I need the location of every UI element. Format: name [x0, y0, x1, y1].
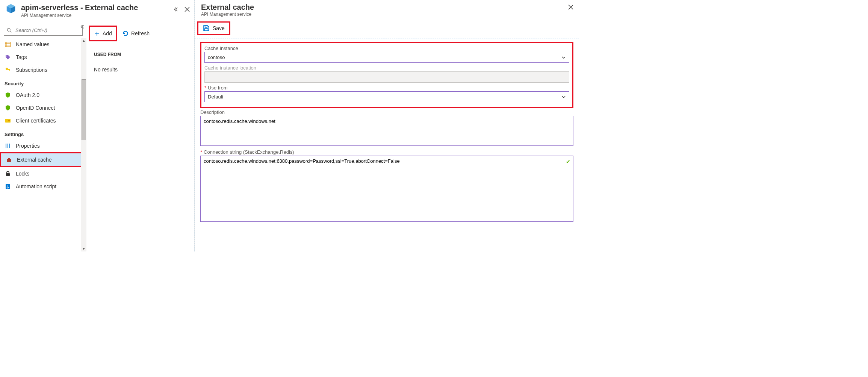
sidebar-item-tags[interactable]: Tags	[0, 51, 86, 64]
sidebar-item-oauth[interactable]: OAuth 2.0	[0, 89, 86, 101]
shield-icon	[5, 92, 11, 98]
use-from-select[interactable]: Default	[204, 91, 569, 102]
refresh-icon	[122, 30, 129, 37]
tag-icon	[5, 54, 11, 61]
save-button[interactable]: Save	[197, 21, 230, 35]
main-content: ＋ Add Refresh USED FROM No results	[86, 23, 194, 251]
sidebar-item-locks[interactable]: Locks	[0, 167, 86, 180]
cache-instance-label: Cache instance	[204, 45, 569, 51]
refresh-label: Refresh	[131, 30, 150, 36]
connection-string-input[interactable]	[200, 156, 573, 222]
right-header: External cache API Management service	[195, 0, 579, 20]
form-highlight: Cache instance contoso Cache instance lo…	[200, 42, 573, 108]
sidebar-item-properties[interactable]: Properties	[0, 139, 86, 152]
svg-point-9	[6, 56, 7, 56]
sidebar-item-automation[interactable]: Automation script	[0, 180, 86, 193]
scrollbar-thumb[interactable]	[82, 79, 86, 140]
description-input[interactable]	[200, 116, 573, 146]
collapse-button[interactable]	[172, 5, 180, 14]
sidebar-item-label: Properties	[16, 143, 40, 149]
header-actions	[172, 3, 191, 14]
list-area: USED FROM No results	[86, 44, 194, 83]
save-label: Save	[213, 25, 225, 31]
left-pane: apim-serverless - External cache API Man…	[0, 0, 195, 251]
sidebar: Named values Tags Subscriptions Security…	[0, 23, 86, 251]
cache-instance-select[interactable]: contoso	[204, 52, 569, 63]
cube-icon	[5, 3, 17, 14]
svg-rect-18	[7, 159, 11, 162]
sidebar-item-label: OAuth 2.0	[16, 92, 39, 98]
svg-rect-12	[9, 69, 10, 71]
search-icon	[7, 28, 12, 33]
svg-line-4	[10, 31, 12, 32]
sidebar-item-openid[interactable]: OpenID Connect	[0, 101, 86, 114]
toolbox-icon	[6, 156, 12, 163]
svg-point-14	[8, 120, 10, 121]
panel-title: External cache	[201, 3, 564, 12]
certificate-icon	[5, 117, 11, 124]
sidebar-item-certificates[interactable]: Client certificates	[0, 114, 86, 127]
svg-rect-22	[205, 26, 207, 27]
sidebar-item-named-values[interactable]: Named values	[0, 38, 86, 51]
svg-rect-19	[8, 158, 10, 159]
sidebar-item-label: OpenID Connect	[16, 105, 55, 111]
use-from-label: *Use from	[204, 85, 569, 91]
sidebar-item-label: Subscriptions	[16, 67, 47, 73]
sidebar-item-label: Automation script	[16, 183, 56, 189]
chevron-down-icon	[561, 95, 566, 99]
scrollbar[interactable]: ▲ ▼	[81, 38, 86, 251]
close-icon[interactable]	[567, 3, 575, 11]
svg-rect-20	[6, 173, 10, 176]
page-title: apim-serverless - External cache	[21, 3, 167, 12]
shield-icon	[5, 104, 11, 111]
refresh-button[interactable]: Refresh	[118, 28, 153, 39]
checkmark-icon: ✔	[566, 159, 570, 165]
key-icon	[5, 67, 11, 73]
search-wrap	[0, 23, 86, 38]
sidebar-item-label: Tags	[16, 54, 27, 60]
grid-icon	[5, 41, 11, 48]
header: apim-serverless - External cache API Man…	[0, 0, 194, 23]
sidebar-item-external-cache[interactable]: External cache	[1, 153, 84, 166]
header-text: apim-serverless - External cache API Man…	[21, 3, 167, 18]
sidebar-item-label: Client certificates	[16, 118, 56, 124]
sidebar-item-label: External cache	[17, 157, 52, 163]
panel-subtitle: API Management service	[201, 12, 564, 17]
right-pane: External cache API Management service Sa…	[195, 0, 579, 251]
left-body: Named values Tags Subscriptions Security…	[0, 23, 194, 251]
empty-state: No results	[94, 61, 180, 78]
close-icon[interactable]	[183, 5, 191, 14]
chevron-down-icon	[561, 55, 566, 60]
scroll-up-icon[interactable]: ▲	[81, 38, 86, 43]
sidebar-item-subscriptions[interactable]: Subscriptions	[0, 64, 86, 76]
description-label: Description	[200, 109, 573, 115]
sliders-icon	[5, 142, 11, 149]
svg-rect-5	[5, 42, 11, 47]
form: Cache instance contoso Cache instance lo…	[195, 38, 579, 230]
sidebar-group-security: Security	[0, 76, 86, 89]
save-icon	[203, 25, 210, 32]
sidebar-scroll: Named values Tags Subscriptions Security…	[0, 38, 86, 251]
add-label: Add	[103, 30, 112, 36]
column-header[interactable]: USED FROM	[94, 49, 180, 61]
script-icon	[5, 183, 11, 190]
sidebar-item-label: Locks	[16, 171, 30, 177]
add-button[interactable]: ＋ Add	[89, 26, 117, 41]
use-from-value: Default	[208, 94, 223, 100]
main-toolbar: ＋ Add Refresh	[86, 23, 194, 44]
lock-icon	[5, 170, 11, 177]
search-input[interactable]	[4, 25, 83, 36]
svg-rect-23	[205, 29, 208, 31]
plus-icon: ＋	[94, 29, 100, 38]
svg-point-3	[7, 28, 10, 31]
sidebar-item-label: Named values	[16, 41, 50, 47]
cache-location-label: Cache instance location	[204, 65, 569, 71]
sidebar-group-settings: Settings	[0, 127, 86, 139]
connection-string-label: *Connection string (StackExchange.Redis)	[200, 149, 573, 155]
scroll-down-icon[interactable]: ▼	[81, 246, 86, 251]
cache-instance-value: contoso	[208, 55, 225, 60]
right-toolbar: Save	[195, 20, 579, 38]
page-subtitle: API Management service	[21, 13, 167, 18]
cache-location-input	[204, 71, 569, 83]
